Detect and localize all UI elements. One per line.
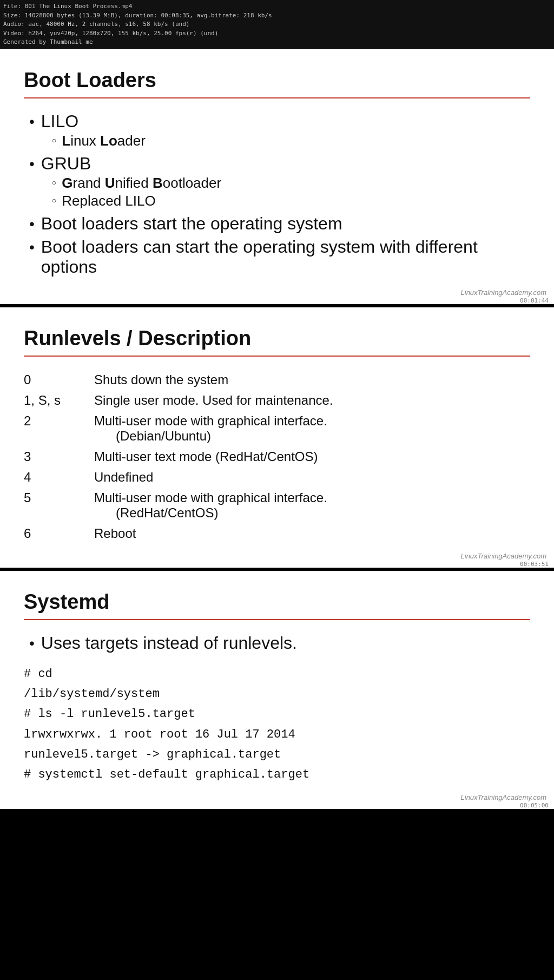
runlevel-description: Undefined: [94, 467, 530, 488]
lilo-bold-L: L: [62, 133, 70, 149]
targets-text: Uses targets instead of runlevels.: [41, 633, 297, 653]
runlevel-number: 3: [24, 446, 94, 467]
table-row: 6Reboot: [24, 523, 530, 544]
meta-line3: Audio: aac, 48000 Hz, 2 channels, s16, 5…: [3, 20, 551, 29]
runlevel-number: 5: [24, 488, 94, 523]
list-item-boot-options: Boot loaders can start the operating sys…: [29, 237, 530, 277]
slide1-divider: [24, 97, 530, 98]
boot-start-text: Boot loaders start the operating system: [41, 214, 530, 234]
runlevel-description: Multi-user text mode (RedHat/CentOS): [94, 446, 530, 467]
table-row: 0Shuts down the system: [24, 370, 530, 390]
slide3-divider: [24, 619, 530, 620]
grub-bold-B: B: [153, 175, 163, 191]
list-item-lilo: LILO Linux Loader: [29, 111, 530, 150]
slide2-divider: [24, 356, 530, 357]
runlevel-description: Multi-user mode with graphical interface…: [94, 411, 530, 446]
runlevel-description: Reboot: [94, 523, 530, 544]
meta-line1: File: 001 The Linux Boot Process.mp4: [3, 2, 551, 11]
code-line: # systemctl set-default graphical.target: [24, 765, 530, 785]
slide1-timestamp: 00:01:44: [520, 297, 549, 304]
slide3-watermark: LinuxTrainingAcademy.com: [461, 793, 546, 801]
grub-replaced: Replaced LILO: [62, 193, 155, 209]
table-row: 4Undefined: [24, 467, 530, 488]
table-row: 3Multi-user text mode (RedHat/CentOS): [24, 446, 530, 467]
code-line: lrwxrwxrwx. 1 root root 16 Jul 17 2014: [24, 725, 530, 745]
slide3-title: Systemd: [24, 590, 530, 614]
list-item-grub: GRUB Grand Unified Bootloader Replaced L…: [29, 154, 530, 211]
lilo-subitems: Linux Loader: [41, 133, 530, 149]
slide-runlevels: Runlevels / Description 0Shuts down the …: [0, 307, 554, 571]
runlevel-number: 0: [24, 370, 94, 390]
runlevel-description: Shuts down the system: [94, 370, 530, 390]
runlevel-number: 6: [24, 523, 94, 544]
boot-options-text: Boot loaders can start the operating sys…: [41, 237, 530, 277]
grub-subitems: Grand Unified Bootloader Replaced LILO: [41, 175, 530, 209]
runlevel-description: Single user mode. Used for maintenance.: [94, 390, 530, 411]
slide1-list: LILO Linux Loader GRUB Grand Unified Boo…: [24, 111, 530, 277]
runlevels-table: 0Shuts down the system1, S, sSingle user…: [24, 370, 530, 544]
lilo-bold-Lo: Lo: [100, 133, 117, 149]
list-item-boot-start: Boot loaders start the operating system: [29, 214, 530, 234]
code-line: # cd: [24, 664, 530, 684]
slide-boot-loaders: Boot Loaders LILO Linux Loader GRUB Gran…: [0, 49, 554, 307]
meta-bar: File: 001 The Linux Boot Process.mp4 Siz…: [0, 0, 554, 49]
code-block: # cd/lib/systemd/system# ls -l runlevel5…: [24, 664, 530, 785]
table-row: 5Multi-user mode with graphical interfac…: [24, 488, 530, 523]
code-line: runlevel5.target -> graphical.target: [24, 745, 530, 765]
grub-bold-U: U: [105, 175, 115, 191]
meta-line5: Generated by Thumbnail me: [3, 38, 551, 47]
slide2-watermark: LinuxTrainingAcademy.com: [461, 552, 546, 560]
grub-subitem-1: Grand Unified Bootloader: [52, 175, 530, 192]
slide3-timestamp: 00:05:00: [520, 802, 549, 809]
table-row: 2Multi-user mode with graphical interfac…: [24, 411, 530, 446]
grub-bold-G: G: [62, 175, 72, 191]
runlevel-number: 2: [24, 411, 94, 446]
meta-line4: Video: h264, yuv420p, 1280x720, 155 kb/s…: [3, 29, 551, 38]
code-line: /lib/systemd/system: [24, 684, 530, 704]
grub-label: GRUB: [41, 154, 91, 173]
lilo-subitem-1: Linux Loader: [52, 133, 530, 149]
slide-systemd: Systemd Uses targets instead of runlevel…: [0, 571, 554, 812]
table-row: 1, S, sSingle user mode. Used for mainte…: [24, 390, 530, 411]
list-item-targets: Uses targets instead of runlevels.: [29, 633, 530, 653]
lilo-label: LILO: [41, 111, 78, 131]
slide2-title: Runlevels / Description: [24, 327, 530, 350]
grub-subitem-2: Replaced LILO: [52, 193, 530, 209]
runlevel-description: Multi-user mode with graphical interface…: [94, 488, 530, 523]
meta-line2: Size: 14028800 bytes (13.39 MiB), durati…: [3, 11, 551, 21]
runlevel-number: 4: [24, 467, 94, 488]
slide2-timestamp: 00:03:51: [520, 561, 549, 568]
slide1-watermark: LinuxTrainingAcademy.com: [461, 288, 546, 297]
code-line: # ls -l runlevel5.target: [24, 704, 530, 724]
slide1-title: Boot Loaders: [24, 69, 530, 92]
runlevel-number: 1, S, s: [24, 390, 94, 411]
slide3-list: Uses targets instead of runlevels.: [24, 633, 530, 653]
